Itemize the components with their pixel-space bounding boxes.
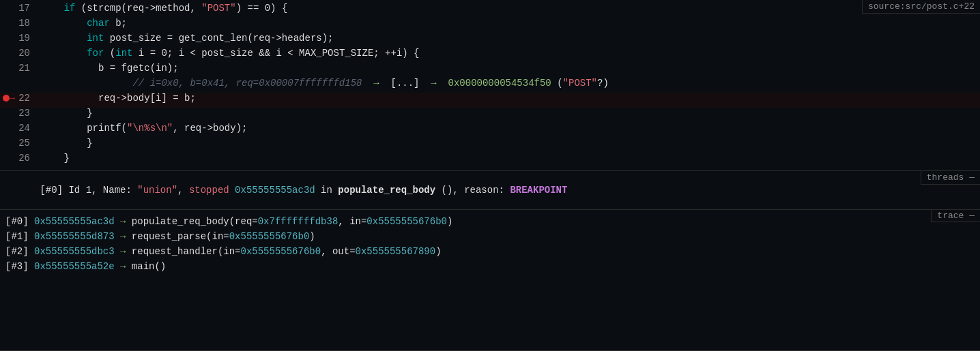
line-content-23: } bbox=[41, 108, 980, 119]
code-line-25: 25 } bbox=[0, 138, 980, 153]
line-num-17: 17 bbox=[0, 3, 41, 14]
arrow-indicator: → bbox=[10, 93, 15, 104]
line-content-comment: // i=0x0, b=0x41, req=0x00007fffffffd158… bbox=[41, 78, 980, 89]
code-line-20: 20 for (int i = 0; i < post_size && i < … bbox=[0, 48, 980, 63]
line-content-20: for (int i = 0; i < post_size && i < MAX… bbox=[41, 48, 980, 59]
line-content-26: } bbox=[41, 153, 980, 164]
line-content-21: b = fgetc(in); bbox=[41, 63, 980, 74]
trace-line-1: [#1] 0x55555555d873 → request_parse(in=0… bbox=[5, 229, 975, 244]
line-num-22: → 22 bbox=[0, 93, 41, 104]
trace-header: trace — bbox=[931, 210, 980, 222]
code-line-18: 18 char b; bbox=[0, 18, 980, 33]
trace-line-3: [#3] 0x55555555a52e → main() bbox=[5, 259, 975, 274]
line-num-23: 23 bbox=[0, 108, 41, 119]
thread-content: [#0] Id 1, Name: "union", stopped 0x5555… bbox=[0, 171, 980, 209]
breakpoint-dot bbox=[3, 95, 10, 102]
code-line-24: 24 printf("\n%s\n", req->body); bbox=[0, 123, 980, 138]
code-line-comment: // i=0x0, b=0x41, req=0x00007fffffffd158… bbox=[0, 78, 980, 93]
line-content-19: int post_size = get_cont_len(req->header… bbox=[41, 33, 980, 44]
line-content-24: printf("\n%s\n", req->body); bbox=[41, 123, 980, 134]
main-container: source:src/post.c+22 17 if (strcmp(req->… bbox=[0, 0, 980, 351]
line-num-21: 21 bbox=[0, 63, 41, 74]
code-line-17: 17 if (strcmp(req->method, "POST") == 0)… bbox=[0, 3, 980, 18]
trace-lines: [#0] 0x55555555ac3d → populate_req_body(… bbox=[0, 210, 980, 277]
line-num-18: 18 bbox=[0, 18, 41, 29]
code-line-21: 21 b = fgetc(in); bbox=[0, 63, 980, 78]
line-num-25: 25 bbox=[0, 138, 41, 149]
trace-line-2: [#2] 0x55555555dbc3 → request_handler(in… bbox=[5, 244, 975, 259]
code-line-23: 23 } bbox=[0, 108, 980, 123]
line-content-25: } bbox=[41, 138, 980, 149]
threads-header: threads — bbox=[921, 171, 980, 185]
line-content-17: if (strcmp(req->method, "POST") == 0) { bbox=[41, 3, 980, 14]
line-content-18: char b; bbox=[41, 18, 980, 29]
line-num-26: 26 bbox=[0, 153, 41, 164]
code-line-26: 26 } bbox=[0, 153, 980, 168]
code-line-22: → 22 req->body[i] = b; bbox=[0, 93, 980, 108]
trace-line-0: [#0] 0x55555555ac3d → populate_req_body(… bbox=[5, 214, 975, 229]
source-panel: source:src/post.c+22 17 if (strcmp(req->… bbox=[0, 0, 980, 171]
line-num-19: 19 bbox=[0, 33, 41, 44]
code-area: 17 if (strcmp(req->method, "POST") == 0)… bbox=[0, 0, 980, 170]
code-line-19: 19 int post_size = get_cont_len(req->hea… bbox=[0, 33, 980, 48]
threads-panel: threads — [#0] Id 1, Name: "union", stop… bbox=[0, 171, 980, 210]
line-content-22: req->body[i] = b; bbox=[41, 93, 980, 104]
line-num-20: 20 bbox=[0, 48, 41, 59]
trace-panel: trace — [#0] 0x55555555ac3d → populate_r… bbox=[0, 210, 980, 351]
line-num-24: 24 bbox=[0, 123, 41, 134]
